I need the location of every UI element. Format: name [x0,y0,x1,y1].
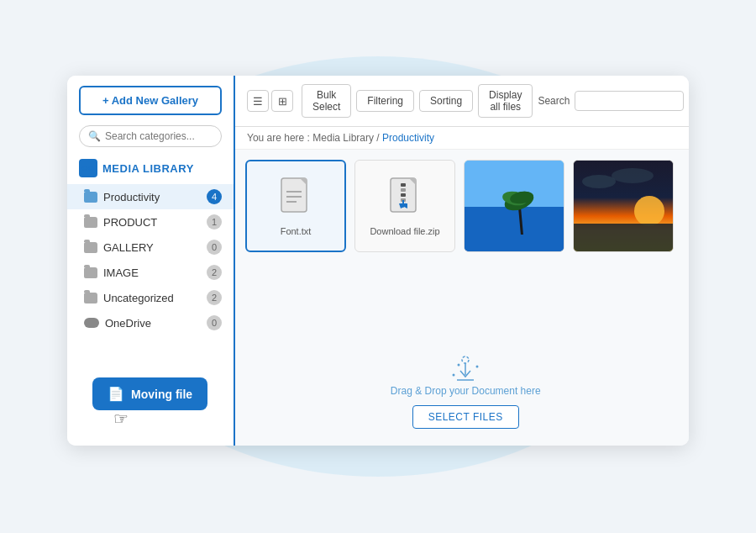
file-item-palm[interactable] [464,160,564,252]
svg-rect-21 [574,224,673,251]
cloud-icon [84,318,99,328]
sidebar-item-image[interactable]: IMAGE 2 [67,260,234,285]
svg-point-22 [582,175,616,188]
cursor-icon: ☞ [113,409,129,429]
media-library-header: oo MEDIA LIBRARY [67,156,234,184]
svg-point-24 [462,356,469,363]
folder-icon [84,217,97,228]
text-file-icon [280,177,312,221]
category-badge: 2 [207,265,222,280]
drop-icon [447,348,484,385]
search-bar: 🔍 [79,125,222,147]
svg-rect-8 [401,188,406,192]
svg-point-27 [453,374,455,377]
search-label: Search [538,95,570,107]
select-files-button[interactable]: SELECT FILES [412,405,519,429]
folder-icon [84,293,97,303]
category-name: OneDrive [105,317,151,330]
sorting-button[interactable]: Sorting [419,90,473,112]
zip-file-icon [389,177,421,221]
category-badge: 4 [207,189,222,204]
file-item-font[interactable]: Font.txt [245,160,346,252]
toolbar: ☰ ⊞ Bulk Select Filtering Sorting Displa… [235,76,689,127]
svg-rect-7 [401,183,406,187]
list-view-button[interactable]: ☰ [247,90,269,112]
bulk-select-button[interactable]: Bulk Select [302,84,351,118]
category-badge: 1 [207,214,222,230]
breadcrumb-current: Productivity [382,132,434,144]
breadcrumb: You are here : Media Library / Productiv… [235,127,689,150]
add-gallery-button[interactable]: + Add New Gallery [79,86,222,115]
file-name: Font.txt [281,226,312,236]
search-icon: 🔍 [88,130,101,142]
svg-rect-9 [401,193,406,197]
drop-zone: Drag & Drop your Document here SELECT FI… [245,331,685,446]
category-name: GALLERY [103,241,154,254]
search-input[interactable] [105,130,213,142]
media-library-icon: oo [79,159,97,177]
moving-file-label: Moving file [131,388,192,401]
sidebar-item-product[interactable]: PRODUCT 1 [67,209,234,235]
main-window: + Add New Gallery 🔍 oo MEDIA LIBRARY Pro… [67,76,689,446]
view-toggle: ☰ ⊞ [247,90,293,112]
category-badge: 2 [207,290,222,305]
search-field[interactable] [575,91,684,111]
file-name: Download file.zip [370,226,439,236]
filtering-button[interactable]: Filtering [356,90,414,112]
category-badge: 0 [207,315,222,330]
svg-point-28 [476,366,479,368]
svg-point-20 [634,196,664,226]
svg-rect-18 [465,235,564,252]
category-name: PRODUCT [103,216,157,229]
svg-point-23 [612,168,654,183]
file-move-icon: 📄 [108,386,124,402]
sunset-image [574,161,673,251]
folder-icon [84,267,97,278]
main-content: ☰ ⊞ Bulk Select Filtering Sorting Displa… [235,76,689,446]
file-item-sunset[interactable] [573,160,674,252]
file-item-zip[interactable]: Download file.zip [354,160,455,252]
category-name: IMAGE [103,266,139,279]
category-name: Productivity [103,191,160,203]
category-name: Uncategorized [103,292,174,304]
sidebar-item-uncategorized[interactable]: Uncategorized 2 [67,285,234,310]
sidebar-item-productivity[interactable]: Productivity 4 [67,184,234,209]
sidebar-item-gallery[interactable]: GALLERY 0 [67,235,234,260]
palm-image [465,161,564,251]
file-grid: Font.txt Down [235,150,689,331]
category-badge: 0 [207,240,222,255]
sidebar: + Add New Gallery 🔍 oo MEDIA LIBRARY Pro… [67,76,235,446]
folder-icon [84,192,97,203]
breadcrumb-prefix: You are here : Media Library / [247,132,382,144]
drop-text: Drag & Drop your Document here [391,385,541,397]
grid-view-button[interactable]: ⊞ [271,90,293,112]
svg-point-29 [458,364,460,367]
folder-icon [84,242,97,253]
moving-file-tooltip[interactable]: 📄 Moving file [92,377,207,410]
display-all-button[interactable]: Display all files [478,84,533,118]
svg-rect-0 [281,178,307,212]
media-library-label: MEDIA LIBRARY [102,162,194,175]
sidebar-item-onedrive[interactable]: OneDrive 0 [67,310,234,335]
